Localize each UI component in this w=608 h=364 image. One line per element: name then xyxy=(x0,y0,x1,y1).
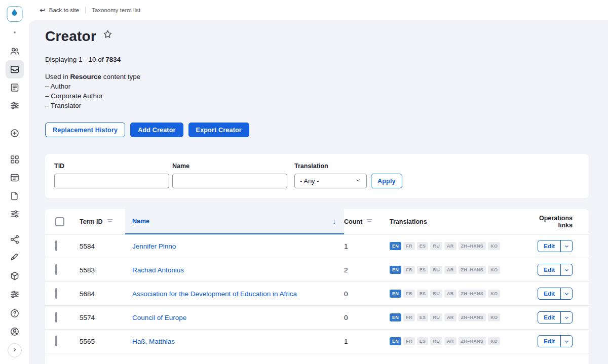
edit-button[interactable]: Edit xyxy=(538,311,573,323)
term-id-header[interactable]: Term ID xyxy=(80,218,132,225)
table-row: 5684 Association for the Development of … xyxy=(45,282,589,306)
translation-select[interactable]: - Any - xyxy=(294,174,367,188)
sidebar-item-content[interactable] xyxy=(6,60,24,78)
sort-filter-icon[interactable] xyxy=(366,218,372,225)
sidebar-item-users[interactable] xyxy=(6,42,24,60)
help-icon xyxy=(10,308,20,318)
term-name-link[interactable]: Haß, Matthias xyxy=(132,338,175,345)
sidebar-expand-button[interactable] xyxy=(8,343,22,357)
account-icon xyxy=(10,327,20,337)
share-network-icon xyxy=(10,234,20,245)
sidebar-item-modules[interactable] xyxy=(6,267,24,285)
edit-label[interactable]: Edit xyxy=(538,240,561,252)
lang-badge-es: ES xyxy=(417,313,429,321)
edit-dropdown-toggle[interactable] xyxy=(561,288,572,299)
table-row: 5565 Haß, Matthias 1 EN FR ES RU AR ZH–H… xyxy=(45,330,589,353)
row-checkbox[interactable] xyxy=(55,264,57,275)
breadcrumb: Taxonomy term list xyxy=(92,7,140,13)
tid-input[interactable] xyxy=(54,174,169,188)
sidebar-item-blocks[interactable] xyxy=(6,150,24,169)
edit-label[interactable]: Edit xyxy=(538,336,561,347)
chevron-down-icon xyxy=(355,177,361,185)
lang-badge-es: ES xyxy=(417,266,429,274)
name-input[interactable] xyxy=(172,174,287,188)
count-cell: 0 xyxy=(344,290,390,298)
edit-label[interactable]: Edit xyxy=(538,264,561,275)
lang-badge-es: ES xyxy=(417,242,429,250)
lang-badge-ar: AR xyxy=(444,337,457,345)
sidebar-item-settings[interactable] xyxy=(6,205,24,223)
lang-badge-en: EN xyxy=(390,242,401,250)
used-in-text: Used in Resource content type xyxy=(45,72,589,82)
lang-badge-ko: KO xyxy=(488,290,500,298)
sidebar-item-filters[interactable] xyxy=(6,96,24,114)
translations-cell: EN FR ES RU AR ZH–HANS KO xyxy=(390,337,529,345)
lang-badge-ru: RU xyxy=(430,337,442,345)
term-name-link[interactable]: Rachad Antonius xyxy=(132,266,184,274)
edit-button[interactable]: Edit xyxy=(538,288,573,300)
edit-dropdown-toggle[interactable] xyxy=(561,240,572,252)
row-checkbox[interactable] xyxy=(55,312,57,322)
table-header-row: Term ID Name ↓ Count Translations Operat… xyxy=(45,209,589,234)
page-title: Creator xyxy=(45,28,96,45)
sidebar-item-preferences[interactable] xyxy=(6,285,24,303)
edit-label[interactable]: Edit xyxy=(538,288,561,299)
term-name-link[interactable]: Jennifer Pinno xyxy=(132,242,176,250)
lang-badge-en: EN xyxy=(390,266,401,274)
apply-button[interactable]: Apply xyxy=(371,174,402,188)
lang-badge-fr: FR xyxy=(403,337,415,345)
edit-dropdown-toggle[interactable] xyxy=(561,264,572,275)
table-row: 5574 Council of Europe 0 EN FR ES RU AR … xyxy=(45,306,589,330)
lang-badge-en: EN xyxy=(390,290,401,298)
name-filter-label: Name xyxy=(172,163,287,170)
lang-badge-es: ES xyxy=(417,290,429,298)
row-checkbox[interactable] xyxy=(55,336,57,346)
export-creator-button[interactable]: Export Creator xyxy=(188,123,249,137)
lang-badge-zh-hans: ZH–HANS xyxy=(459,337,486,345)
sidebar-item-share[interactable] xyxy=(6,230,24,249)
edit-dropdown-toggle[interactable] xyxy=(561,336,572,347)
replacement-history-button[interactable]: Replacement History xyxy=(45,123,125,137)
sort-filter-icon[interactable] xyxy=(107,218,113,225)
usage-line: – Author xyxy=(45,82,589,91)
users-icon xyxy=(10,46,20,56)
translations-cell: EN FR ES RU AR ZH–HANS KO xyxy=(390,242,529,250)
article-icon xyxy=(10,83,20,93)
translation-selected-value: - Any - xyxy=(300,177,319,185)
name-header[interactable]: Name ↓ xyxy=(125,209,344,234)
lang-badge-fr: FR xyxy=(403,242,415,250)
sidebar-item-appearance[interactable] xyxy=(6,249,24,267)
result-total: 7834 xyxy=(105,56,121,63)
count-cell: 2 xyxy=(344,266,390,274)
select-all-checkbox[interactable] xyxy=(55,217,64,226)
favorite-star-icon[interactable] xyxy=(103,29,112,41)
app-logo[interactable] xyxy=(7,6,22,22)
lang-badge-ru: RU xyxy=(430,290,442,298)
sort-descending-icon[interactable]: ↓ xyxy=(332,217,336,225)
edit-label[interactable]: Edit xyxy=(538,312,561,323)
sidebar-item-views[interactable] xyxy=(6,169,24,187)
sidebar-item-help[interactable] xyxy=(6,304,24,322)
edit-button[interactable]: Edit xyxy=(538,240,573,252)
sidebar-item-files[interactable] xyxy=(6,187,24,205)
count-header[interactable]: Count xyxy=(344,218,390,225)
sidebar-item-article[interactable] xyxy=(6,78,24,97)
term-name-link[interactable]: Association for the Development of Educa… xyxy=(132,290,297,298)
add-creator-button[interactable]: Add Creator xyxy=(130,123,183,137)
row-checkbox[interactable] xyxy=(55,288,57,299)
lang-badge-ar: AR xyxy=(444,313,457,321)
back-to-site-link[interactable]: ↩ Back to site xyxy=(40,7,79,14)
grid-icon xyxy=(10,154,20,165)
edit-button[interactable]: Edit xyxy=(538,264,573,276)
sidebar-item-account[interactable] xyxy=(6,322,24,341)
lang-badge-ar: AR xyxy=(444,290,457,298)
translations-cell: EN FR ES RU AR ZH–HANS KO xyxy=(390,266,529,274)
lang-badge-en: EN xyxy=(390,313,401,321)
edit-dropdown-toggle[interactable] xyxy=(561,312,572,323)
action-buttons: Replacement History Add Creator Export C… xyxy=(45,123,589,137)
row-checkbox[interactable] xyxy=(55,240,57,251)
sidebar-item-add[interactable] xyxy=(6,124,24,142)
term-id-cell: 5565 xyxy=(80,338,132,345)
term-name-link[interactable]: Council of Europe xyxy=(132,314,186,321)
edit-button[interactable]: Edit xyxy=(538,335,573,347)
